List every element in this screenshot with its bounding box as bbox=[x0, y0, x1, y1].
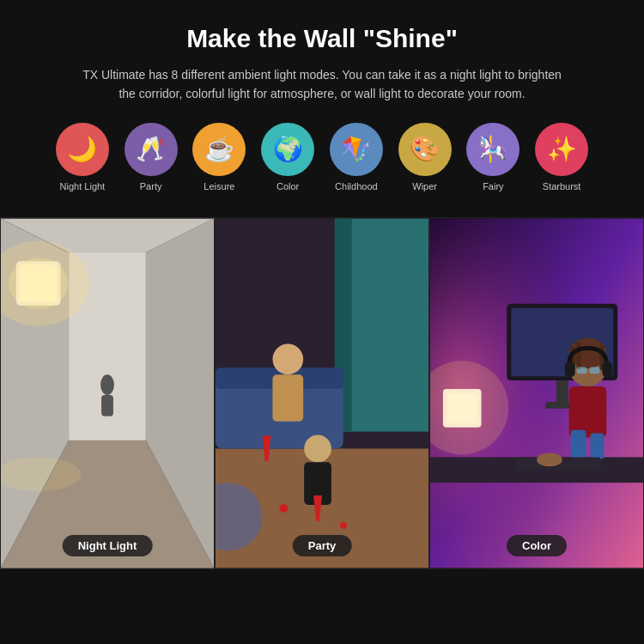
icon-circle-leisure: ☕ bbox=[192, 123, 246, 176]
icon-item-childhood: 🪁Childhood bbox=[325, 123, 387, 191]
svg-rect-52 bbox=[590, 433, 604, 459]
svg-point-22 bbox=[272, 343, 303, 374]
svg-point-29 bbox=[279, 504, 288, 513]
svg-point-24 bbox=[304, 434, 331, 462]
photo-color-label: Color bbox=[507, 535, 567, 556]
svg-point-8 bbox=[9, 258, 68, 309]
icon-item-wiper: 🎨Wiper bbox=[394, 123, 456, 191]
icon-label-night-light: Night Light bbox=[60, 181, 106, 191]
svg-rect-15 bbox=[101, 395, 113, 416]
icon-item-starburst: ✨Starburst bbox=[531, 123, 592, 191]
main-title: Make the Wall "Shine" bbox=[52, 24, 592, 53]
photo-night-light-label: Night Light bbox=[63, 535, 153, 556]
icon-label-fairy: Fairy bbox=[483, 181, 503, 191]
icon-label-party: Party bbox=[140, 181, 162, 191]
icon-label-childhood: Childhood bbox=[335, 181, 378, 191]
icon-item-leisure: ☕Leisure bbox=[189, 123, 251, 191]
icon-circle-party: 🥂 bbox=[125, 123, 178, 176]
subtitle-text: TX Ultimate has 8 different ambient ligh… bbox=[82, 65, 562, 104]
photo-party: Party bbox=[215, 217, 429, 569]
icon-circle-night-light: 🌙 bbox=[56, 123, 109, 176]
icon-item-fairy: 🎠Fairy bbox=[463, 123, 525, 191]
svg-point-54 bbox=[537, 453, 562, 466]
svg-point-30 bbox=[340, 522, 347, 529]
svg-rect-47 bbox=[602, 361, 612, 377]
photo-night-light: Night Light bbox=[0, 217, 215, 569]
svg-rect-48 bbox=[577, 367, 587, 374]
photo-color: Color bbox=[429, 217, 644, 569]
icon-circle-fairy: 🎠 bbox=[466, 123, 519, 176]
svg-rect-49 bbox=[590, 367, 600, 374]
icon-circle-wiper: 🎨 bbox=[398, 123, 452, 176]
icon-circle-color: 🌍 bbox=[261, 123, 314, 176]
svg-rect-44 bbox=[577, 342, 581, 369]
icon-circle-childhood: 🪁 bbox=[330, 123, 383, 176]
icon-label-starburst: Starburst bbox=[543, 181, 581, 191]
icon-item-color: 🌍Color bbox=[257, 123, 319, 191]
svg-rect-46 bbox=[565, 361, 575, 377]
svg-rect-51 bbox=[571, 429, 586, 459]
photo-party-label: Party bbox=[293, 535, 352, 556]
svg-rect-23 bbox=[272, 374, 303, 422]
icon-circle-starburst: ✨ bbox=[535, 123, 588, 176]
photos-row: Night Light Par bbox=[0, 217, 644, 569]
icon-label-wiper: Wiper bbox=[412, 181, 437, 191]
svg-rect-50 bbox=[569, 386, 607, 438]
icon-label-color: Color bbox=[276, 181, 299, 191]
icons-row: 🌙Night Light🥂Party☕Leisure🌍Color🪁Childho… bbox=[52, 123, 592, 191]
icon-item-night-light: 🌙Night Light bbox=[52, 123, 113, 191]
icon-label-leisure: Leisure bbox=[204, 181, 234, 191]
icon-item-party: 🥂Party bbox=[120, 123, 182, 191]
top-section: Make the Wall "Shine" TX Ultimate has 8 … bbox=[0, 0, 644, 217]
svg-point-14 bbox=[100, 374, 114, 395]
